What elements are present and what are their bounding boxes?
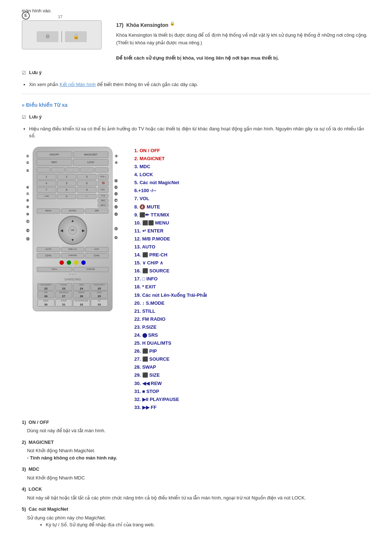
remote-item-6: 6.+100 -/-- — [134, 187, 370, 195]
btn-fmradio[interactable]: FM RADIO 22 — [37, 283, 54, 291]
btn-play[interactable]: PLAY/PAUSE 32 — [73, 299, 90, 307]
btn-7[interactable]: 7 — [37, 187, 56, 193]
dot-green — [67, 260, 71, 265]
btn-ch-up[interactable]: CH∧ — [85, 253, 109, 258]
remote-item-22: 22. FM RADIO — [134, 315, 370, 323]
ann-1: ① — [26, 154, 29, 159]
remote-item-5: 5. Các nút MagicNet — [134, 179, 370, 187]
btn-swap[interactable]: SWAP 28 — [73, 291, 90, 298]
btn-0[interactable]: 0 — [57, 194, 77, 199]
item-text-2: Nút Khởi động Nhanh MagicNet. — [22, 447, 370, 454]
btn-3[interactable]: 3 — [77, 174, 97, 180]
ann-9: ⑨ — [26, 205, 29, 210]
btn-source-side[interactable]: SRC — [98, 199, 109, 203]
btn-6[interactable]: 6 — [77, 181, 97, 186]
remote-item-11: 11. ↵ ENTER — [134, 227, 370, 235]
kensington-section: E 17 ⚙ 🔒 17) Khóa Kensington 🔒 Khóa Kens… — [22, 20, 370, 62]
note-label-2: Lưu ý — [29, 113, 42, 121]
btn-source-func[interactable]: SOURCE 27 — [55, 291, 72, 298]
btn-dualmts[interactable]: DUAL/MTS 25 — [91, 283, 108, 291]
btn-ttx[interactable]: TTX — [98, 194, 109, 198]
remote-item-25: 25. H DUAL/MTS — [134, 339, 370, 347]
remote-item-4: 4. LOCK — [134, 171, 370, 179]
ann-18: ⑱ — [114, 205, 118, 210]
btn-9[interactable]: 9 — [77, 187, 97, 193]
btn-mn5[interactable]: . — [95, 167, 109, 173]
remote-item-17: 17. □ INFO — [134, 275, 370, 283]
remote-list: 1. ON / OFF 2. MAGICNET 3. MDC 4. LOCK 5… — [134, 147, 370, 412]
port-number-17: 17 — [58, 14, 62, 20]
btn-1[interactable]: 1 — [37, 174, 56, 180]
btn-8[interactable]: 8 — [57, 187, 77, 193]
item-title-4: 4) LOCK — [22, 486, 370, 493]
ann-21: ㉑ — [114, 236, 118, 241]
dpad-center[interactable]: OK — [68, 226, 77, 235]
remote-item-21: 21. STILL — [134, 307, 370, 315]
btn-mute[interactable]: 🔇 — [98, 181, 109, 186]
btn-mb[interactable]: M/B — [85, 208, 109, 214]
btn-pip[interactable]: PIP 26 — [37, 291, 54, 298]
link-man-hinh[interactable]: Kết nối Màn hình — [60, 82, 96, 87]
btn-dash[interactable]: -/-- — [77, 194, 97, 199]
remote-item-16: 16. ⬛ SOURCE — [134, 267, 370, 275]
btn-5[interactable]: 5 — [57, 181, 77, 186]
item-section-3: 3) MDC Nút Khởi động Nhanh MDC — [22, 466, 370, 481]
btn-magicnet[interactable]: MAGICNET — [73, 151, 109, 158]
remote-image: ① ② ③ ④ ⑤ ⑭ ⑥ ⑮ ⑦ ⑯ ⑧ ⑰ ⑨ ⑱ ⑩ ⑲ ⑪ ⑳ ⑫ ㉑ … — [22, 147, 123, 312]
btn-lock[interactable]: LOCK — [73, 159, 109, 166]
dec-dot-3 — [74, 274, 76, 275]
btn-mn2[interactable]: . — [51, 167, 65, 173]
btn-100[interactable]: +100 — [37, 194, 56, 199]
btn-info[interactable]: INFO — [98, 203, 109, 207]
slot-right: 🔒 — [65, 31, 87, 42]
btn-prech[interactable]: PRE-CH — [61, 247, 85, 252]
btn-auto[interactable]: AUTO — [37, 247, 60, 252]
bullet-item-2: Hiệu năng điều khiển từ xa có thể bị ảnh… — [29, 125, 370, 139]
kensington-title: 17) Khóa Kensington 🔒 — [116, 20, 370, 29]
remote-item-19: 19. Các nút Lên-Xuống Trái-Phải — [134, 291, 370, 299]
btn-vol-up[interactable]: VOL+ — [98, 174, 109, 180]
item-section-2: 2) MAGICNET Nút Khởi động Nhanh MagicNet… — [22, 439, 370, 462]
remote-item-27: 27. ⬛ SOURCE — [134, 355, 370, 363]
btn-mdc[interactable]: MDC — [37, 159, 72, 166]
btn-menu[interactable]: MENU — [37, 208, 60, 214]
btn-mn3[interactable]: . — [66, 167, 79, 173]
dpad[interactable]: ▲ ▼ ◀ ▶ OK — [58, 216, 87, 245]
remote-item-3: 3. MDC — [134, 163, 370, 171]
btn-mn1[interactable]: . — [37, 167, 50, 173]
btn-exit[interactable]: EXIT — [85, 247, 109, 252]
btn-smode[interactable]: S.MODE — [61, 253, 85, 258]
btn-enter[interactable]: ENTER — [61, 208, 85, 214]
item-bullet-5: Ký tự / Số. Sử dụng để nhập địa chỉ của … — [46, 521, 370, 528]
btn-ff[interactable]: FF 33 — [91, 299, 108, 307]
remote-item-10: 10. ⬛⬛ MENU — [134, 219, 370, 227]
btn-vol-dn[interactable]: VOL- — [98, 187, 109, 193]
btn-smode2[interactable]: S.MODE — [73, 267, 109, 272]
btn-psize[interactable]: P.SIZE 23 — [55, 283, 72, 291]
ann-6: ⑥ — [26, 185, 29, 190]
btn-2[interactable]: 2 — [57, 174, 77, 180]
remote-item-23: 23. P.SIZE — [134, 323, 370, 331]
btn-4[interactable]: 4 — [37, 181, 56, 186]
remote-item-7: 7. VOL — [134, 195, 370, 203]
btn-ch-down[interactable]: CH∨ — [37, 253, 60, 258]
item-section-5: 5) Các nút MagicNet Sử dụng các phím này… — [22, 506, 370, 528]
remote-item-26: 26. ⬛ PIP — [134, 347, 370, 355]
btn-on-off[interactable]: ON/OFF — [37, 151, 72, 158]
slot-left: ⚙ — [37, 31, 58, 42]
ann-2: ② — [26, 161, 29, 166]
dot-blue — [81, 260, 86, 265]
dot-yellow — [74, 260, 78, 265]
note-icon-1: ☑ — [22, 69, 26, 77]
btn-still[interactable]: STILL — [37, 267, 72, 272]
btn-rew[interactable]: REW 30 — [37, 299, 54, 307]
btn-mn4[interactable]: . — [80, 167, 94, 173]
remote-item-12: 12. M/B P.MODE — [134, 235, 370, 243]
remote-item-31: 31. ■ STOP — [134, 388, 370, 396]
bullet-item-1: Xin xem phần Kết nối Màn hình để biết th… — [29, 81, 370, 88]
item-title-3: 3) MDC — [22, 466, 370, 473]
btn-size[interactable]: SIZE 29 — [91, 291, 108, 298]
btn-srs[interactable]: SRS 24 — [73, 283, 90, 291]
btn-stop[interactable]: STOP 31 — [55, 299, 72, 307]
divider — [61, 31, 62, 42]
